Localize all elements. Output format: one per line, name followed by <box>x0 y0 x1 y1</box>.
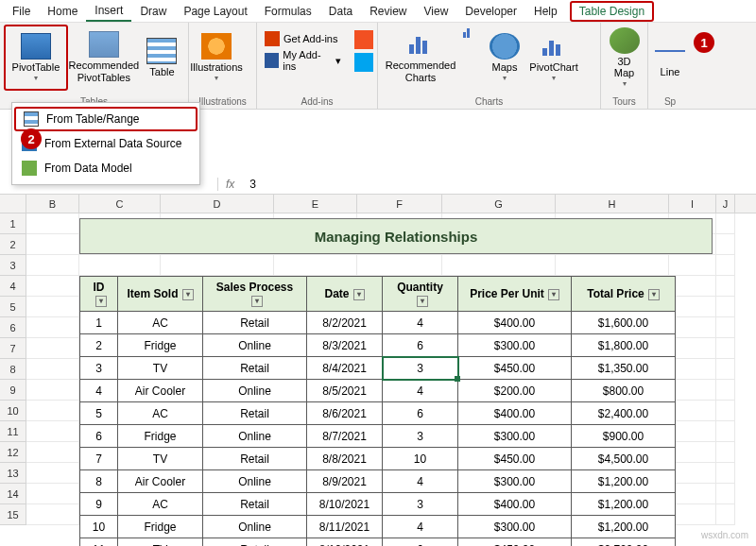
cell[interactable] <box>669 401 716 421</box>
cell-qty[interactable]: 3 <box>383 493 458 516</box>
cell-ppu[interactable]: $300.00 <box>458 470 572 493</box>
cell-qty[interactable]: 10 <box>383 448 458 470</box>
cell-date[interactable]: 8/8/2021 <box>307 448 383 470</box>
cell-proc[interactable]: Retail <box>203 448 307 470</box>
cell-ppu[interactable]: $400.00 <box>458 493 572 516</box>
3d-map-button[interactable]: 3D Map ▾ <box>605 25 644 91</box>
menu-formulas[interactable]: Formulas <box>256 2 320 21</box>
cell[interactable] <box>556 255 669 276</box>
cell-proc[interactable]: Retail <box>203 312 307 334</box>
people-icon[interactable] <box>354 53 373 72</box>
cell-date[interactable]: 8/6/2021 <box>307 402 383 425</box>
col-D[interactable]: D <box>161 195 274 213</box>
cell[interactable] <box>26 401 79 421</box>
cell[interactable] <box>669 297 716 317</box>
column-chart-icon[interactable] <box>461 26 472 40</box>
pivotchart-button[interactable]: PivotChart ▾ <box>530 25 577 91</box>
cell-date[interactable]: 8/5/2021 <box>307 380 383 402</box>
bing-icon[interactable] <box>354 30 373 49</box>
cell[interactable] <box>716 338 735 359</box>
get-addins-button[interactable]: Get Add-ins <box>261 28 345 49</box>
cell-tot[interactable]: $1,200.00 <box>572 470 676 493</box>
row-header-10[interactable]: 10 <box>0 401 26 421</box>
cell[interactable] <box>716 421 735 442</box>
cell[interactable] <box>716 297 735 317</box>
menu-insert[interactable]: Insert <box>86 1 131 22</box>
row-header-2[interactable]: 2 <box>0 234 26 255</box>
cell-date[interactable]: 8/12/2021 <box>307 538 383 547</box>
cell[interactable] <box>26 442 79 463</box>
cell-id[interactable]: 5 <box>80 402 118 425</box>
cell[interactable] <box>669 463 716 484</box>
cell[interactable] <box>716 504 735 525</box>
cell[interactable] <box>669 421 716 442</box>
cell[interactable] <box>26 317 79 338</box>
cell-tot[interactable]: $1,200.00 <box>572 493 676 516</box>
cell[interactable] <box>26 463 79 484</box>
filter-icon[interactable]: ▾ <box>648 289 660 300</box>
cell-tot[interactable]: $1,350.00 <box>572 357 676 380</box>
cell-qty[interactable]: 4 <box>383 380 458 402</box>
col-F[interactable]: F <box>357 195 442 213</box>
cell-item[interactable]: TV <box>118 538 203 547</box>
filter-icon[interactable]: ▾ <box>182 289 194 300</box>
menu-developer[interactable]: Developer <box>456 2 525 21</box>
cell-tot[interactable]: $4,500.00 <box>572 448 676 470</box>
cell-qty[interactable]: 3 <box>383 425 458 448</box>
row-header-11[interactable]: 11 <box>0 421 26 442</box>
cell-ppu[interactable]: $450.00 <box>458 538 572 547</box>
cell[interactable] <box>669 338 716 359</box>
cell[interactable] <box>357 255 442 276</box>
row-header-7[interactable]: 7 <box>0 338 26 359</box>
menu-help[interactable]: Help <box>525 2 566 21</box>
cell-item[interactable]: Fridge <box>118 334 203 357</box>
cell-tot[interactable]: $1,800.00 <box>572 334 676 357</box>
cell[interactable] <box>716 442 735 463</box>
cell[interactable] <box>26 484 79 504</box>
cell-date[interactable]: 8/4/2021 <box>307 357 383 380</box>
cell-proc[interactable]: Retail <box>203 402 307 425</box>
cell[interactable] <box>79 255 161 276</box>
cell[interactable] <box>442 255 556 276</box>
cell-tot[interactable]: $1,600.00 <box>572 312 676 334</box>
cell-qty[interactable]: 6 <box>383 402 458 425</box>
cell-id[interactable]: 9 <box>80 493 118 516</box>
table-header-sales-process[interactable]: Sales Process▾ <box>203 277 307 312</box>
row-header-4[interactable]: 4 <box>0 276 26 297</box>
cell[interactable] <box>669 380 716 401</box>
formula-value[interactable]: 3 <box>242 178 264 191</box>
cell-qty[interactable]: 4 <box>383 516 458 538</box>
col-B[interactable]: B <box>26 195 79 213</box>
cell[interactable] <box>716 317 735 338</box>
cell-id[interactable]: 2 <box>80 334 118 357</box>
pivottable-button[interactable]: PivotTable ▾ <box>4 25 68 91</box>
cell[interactable] <box>716 380 735 401</box>
row-header-1[interactable]: 1 <box>0 213 26 234</box>
cell-id[interactable]: 8 <box>80 470 118 493</box>
cell-ppu[interactable]: $450.00 <box>458 357 572 380</box>
maps-button[interactable]: Maps ▾ <box>481 25 528 91</box>
cell-qty[interactable]: 4 <box>383 470 458 493</box>
cell-tot[interactable]: $800.00 <box>572 380 676 402</box>
col-G[interactable]: G <box>442 195 556 213</box>
cell-item[interactable]: TV <box>118 448 203 470</box>
cell-qty[interactable]: 4 <box>383 312 458 334</box>
cell-ppu[interactable]: $200.00 <box>458 380 572 402</box>
cell[interactable] <box>669 255 716 276</box>
row-header-12[interactable]: 12 <box>0 442 26 463</box>
cell-date[interactable]: 8/9/2021 <box>307 470 383 493</box>
cell[interactable] <box>716 484 735 504</box>
row-header-14[interactable]: 14 <box>0 484 26 504</box>
cell-proc[interactable]: Online <box>203 425 307 448</box>
cell-proc[interactable]: Retail <box>203 538 307 547</box>
table-header-item-sold[interactable]: Item Sold▾ <box>118 277 203 312</box>
cell-tot[interactable]: $2,400.00 <box>572 402 676 425</box>
cell[interactable] <box>274 255 357 276</box>
cell-date[interactable]: 8/11/2021 <box>307 516 383 538</box>
col-I[interactable]: I <box>669 195 716 213</box>
cell[interactable] <box>26 380 79 401</box>
cell[interactable] <box>716 234 735 255</box>
cell-proc[interactable]: Online <box>203 470 307 493</box>
col-C[interactable]: C <box>79 195 161 213</box>
row-header-15[interactable]: 15 <box>0 504 26 525</box>
